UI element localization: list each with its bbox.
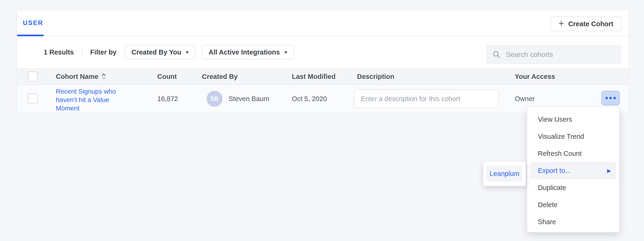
integrations-filter-dropdown[interactable]: All Active Integrations ▾: [202, 45, 294, 59]
row-checkbox[interactable]: [28, 94, 38, 103]
created-by-filter-dropdown[interactable]: Created By You ▾: [124, 45, 196, 59]
create-cohort-label: Create Cohort: [568, 20, 614, 28]
caret-down-icon: ▾: [284, 49, 287, 55]
menu-item-duplicate[interactable]: Duplicate: [527, 179, 619, 196]
tab-active-underline: [17, 35, 44, 36]
column-header-your-access[interactable]: Your Access: [515, 68, 555, 85]
created-by-name: Steven Baum: [228, 95, 269, 103]
more-icon: [610, 97, 612, 99]
menu-item-export-to-label: Export to...: [538, 167, 571, 174]
caret-down-icon: ▾: [186, 49, 188, 55]
results-count: 1 Results: [44, 49, 74, 56]
menu-item-export-to[interactable]: Export to... ▶: [530, 162, 616, 179]
row-actions-menu: View Users Visualize Trend Refresh Count…: [527, 107, 620, 232]
export-submenu: Leanplum: [483, 161, 526, 186]
more-icon: [606, 97, 608, 99]
sort-icon[interactable]: [101, 72, 106, 81]
cohort-name-link[interactable]: Recent Signups who haven’t hit a Value M…: [56, 87, 122, 113]
create-cohort-button[interactable]: + Create Cohort: [550, 17, 622, 31]
more-icon: [614, 97, 616, 99]
last-modified-cell: Oct 5, 2020: [292, 85, 327, 113]
table-header-row: Cohort Name Count Created By Last Modifi…: [17, 68, 629, 85]
menu-item-delete[interactable]: Delete: [527, 196, 619, 213]
select-all-checkbox[interactable]: [28, 72, 38, 81]
cohorts-card: USER + Create Cohort 1 Results Filter by…: [17, 10, 629, 112]
search-input[interactable]: [506, 51, 615, 59]
column-header-count[interactable]: Count: [157, 68, 177, 85]
tab-user[interactable]: USER: [17, 10, 49, 36]
menu-item-view-users[interactable]: View Users: [527, 111, 619, 128]
filter-toolbar: 1 Results Filter by Created By You ▾ All…: [17, 36, 629, 68]
more-actions-button[interactable]: [602, 91, 620, 105]
tab-bar: USER + Create Cohort: [17, 10, 629, 36]
filter-by-label: Filter by: [90, 49, 116, 56]
plus-icon: +: [558, 19, 564, 28]
tab-user-label: USER: [23, 20, 43, 27]
cohort-count: 16,872: [157, 85, 178, 113]
submenu-item-leanplum[interactable]: Leanplum: [486, 166, 522, 182]
column-header-last-modified[interactable]: Last Modified: [292, 68, 336, 85]
search-cohorts-box[interactable]: [486, 45, 621, 64]
menu-item-visualize-trend[interactable]: Visualize Trend: [527, 128, 619, 145]
column-header-created-by[interactable]: Created By: [202, 68, 238, 85]
description-input[interactable]: [354, 89, 499, 108]
submenu-arrow-icon: ▶: [607, 168, 611, 174]
search-icon: [492, 50, 501, 59]
column-header-cohort-name[interactable]: Cohort Name: [56, 68, 106, 85]
menu-item-share[interactable]: Share: [527, 213, 619, 230]
created-by-cell: SB Steven Baum: [206, 85, 269, 113]
integrations-filter-value: All Active Integrations: [209, 49, 280, 56]
menu-item-refresh-count[interactable]: Refresh Count: [527, 145, 619, 162]
column-header-description[interactable]: Description: [357, 68, 394, 85]
created-by-filter-value: Created By You: [132, 49, 181, 56]
toolbar-divider: [82, 47, 82, 58]
avatar: SB: [206, 91, 222, 107]
